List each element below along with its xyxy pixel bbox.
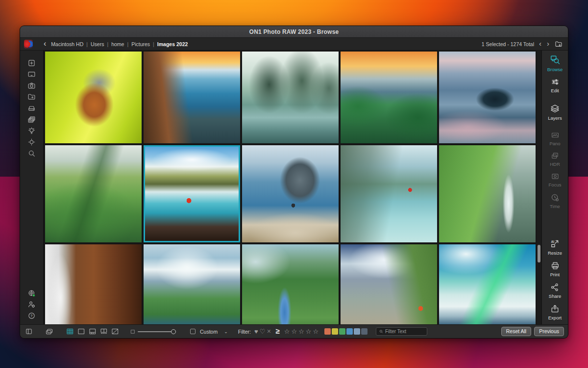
star-icon[interactable]: ☆ [298, 328, 305, 335]
photo-thumbnail-11[interactable] [45, 244, 142, 324]
breadcrumb-segment[interactable]: Users [91, 41, 104, 47]
filter-text-input[interactable] [385, 329, 424, 334]
module-export[interactable]: Export [548, 304, 562, 320]
module-resize[interactable]: AI Resize [548, 239, 562, 256]
disliked-filter-icon[interactable]: ✕ [267, 328, 271, 335]
breadcrumb-segment[interactable]: Macintosh HD [51, 41, 83, 47]
module-print[interactable]: Print [550, 261, 560, 277]
main-area: ? Browse Edit Layers P [20, 51, 568, 324]
thumbnail-size-slider[interactable] [130, 329, 174, 334]
photo-view-icon[interactable] [76, 327, 86, 336]
breadcrumb-segment[interactable]: Pictures [131, 41, 150, 47]
photo-thumbnail-2[interactable] [144, 52, 240, 143]
photo-thumbnail-1[interactable] [45, 52, 142, 143]
module-focus[interactable]: Focus [549, 172, 562, 187]
photo-thumbnail-6[interactable] [45, 145, 142, 242]
module-time[interactable]: Time [550, 193, 560, 209]
browse-icon [550, 54, 561, 65]
photo-thumbnail-12[interactable] [144, 244, 240, 324]
dual-display-icon[interactable] [44, 327, 54, 336]
bottom-toolbar: Custom ⌄ Filter: ♥ ♡ ✕ ≥ ☆☆☆☆☆ Reset All… [20, 324, 568, 338]
star-icon[interactable]: ☆ [284, 328, 291, 335]
filter-label: Filter: [238, 329, 251, 335]
star-icon[interactable]: ☆ [306, 328, 312, 335]
detail-view-icon[interactable] [110, 327, 120, 336]
color-swatch-4f8fc4[interactable] [346, 328, 353, 335]
grid-scrollbar-thumb[interactable] [538, 245, 540, 263]
filmstrip-view-icon[interactable] [88, 327, 98, 336]
breadcrumb-back-chevron-icon[interactable]: ‹ [44, 40, 46, 48]
module-browse[interactable]: Browse [547, 54, 563, 72]
star-icon[interactable]: ☆ [313, 328, 319, 335]
module-edit[interactable]: Edit [550, 78, 560, 93]
share-icon [550, 283, 559, 292]
header-bar: ‹ Macintosh HD|Users|home|Pictures|Image… [20, 38, 568, 51]
previous-photo-chevron-icon[interactable]: ‹ [539, 40, 542, 48]
photo-thumbnail-4[interactable] [341, 52, 437, 143]
account-settings-icon[interactable] [26, 299, 38, 310]
sync-status-icon[interactable] [26, 288, 38, 299]
star-icon[interactable]: ☆ [291, 328, 297, 335]
title-bar[interactable]: ON1 Photo RAW 2023 - Browse [20, 26, 568, 38]
filter-text-box[interactable] [376, 327, 427, 336]
add-source-icon[interactable] [26, 57, 38, 69]
slider-track[interactable] [138, 331, 174, 332]
custom-sort-checkbox[interactable] [190, 329, 196, 334]
module-pano[interactable]: Pano [549, 131, 560, 146]
color-label-filter [324, 328, 368, 335]
header-right-group: 1 Selected - 1274 Total ‹ › [482, 40, 563, 48]
photo-grid [45, 52, 536, 324]
module-share[interactable]: Share [549, 283, 561, 299]
photo-thumbnail-5[interactable] [439, 52, 536, 143]
grid-view-icon[interactable] [65, 327, 75, 336]
toggle-browse-panel-icon[interactable] [24, 327, 34, 336]
previous-button[interactable]: Previous [534, 327, 564, 336]
sort-select-label[interactable]: Custom [200, 329, 218, 335]
hdr-icon [550, 152, 560, 160]
slider-thumb[interactable] [171, 329, 176, 334]
breadcrumb-segment[interactable]: Images 2022 [157, 41, 188, 47]
color-swatch-566270[interactable] [361, 328, 368, 335]
module-hdr[interactable]: HDR [550, 152, 560, 167]
color-swatch-c9bc3f[interactable] [332, 328, 338, 335]
camera-import-icon[interactable] [26, 80, 38, 91]
albums-icon[interactable] [26, 114, 38, 125]
filter-search-icon [379, 329, 383, 334]
not-set-filter-icon[interactable]: ♡ [260, 328, 266, 335]
time-icon [550, 193, 560, 202]
focus-icon [550, 172, 560, 181]
local-drive-icon[interactable] [26, 103, 38, 114]
this-computer-icon[interactable] [26, 69, 38, 80]
add-folder-icon[interactable] [554, 40, 563, 48]
photo-thumbnail-3[interactable] [242, 52, 339, 143]
photo-thumbnail-7[interactable] [144, 145, 240, 242]
liked-filter-icon[interactable]: ♥ [254, 328, 258, 335]
photo-thumbnail-13[interactable] [242, 244, 339, 324]
photo-thumbnail-8[interactable] [242, 145, 339, 242]
photo-thumbnail-10[interactable] [439, 145, 536, 242]
breadcrumb-separator: | [127, 41, 128, 47]
rating-comparison-toggle[interactable]: ≥ [276, 327, 280, 335]
next-photo-chevron-icon[interactable]: › [546, 40, 550, 48]
color-swatch-7f9cb8[interactable] [354, 328, 360, 335]
module-layers[interactable]: Layers [548, 104, 562, 121]
reset-all-button[interactable]: Reset All [501, 327, 531, 336]
color-swatch-d4704f[interactable] [324, 328, 331, 335]
color-swatch-49a25e[interactable] [339, 328, 345, 335]
compare-view-icon[interactable] [99, 327, 109, 336]
photo-thumbnail-14[interactable] [341, 244, 437, 324]
breadcrumb-segment[interactable]: home [111, 41, 124, 47]
photo-thumbnail-15[interactable] [439, 244, 536, 324]
resize-ai-icon: AI [550, 239, 560, 249]
map-places-icon[interactable] [26, 136, 38, 148]
search-icon[interactable] [26, 148, 38, 159]
grid-scrollbar[interactable] [537, 51, 541, 324]
sort-dropdown-chevron-icon[interactable]: ⌄ [224, 329, 228, 334]
layers-icon [550, 104, 560, 114]
photo-thumbnail-9[interactable] [341, 145, 437, 242]
help-icon[interactable]: ? [26, 310, 38, 321]
cataloged-folder-icon[interactable] [26, 91, 38, 103]
smart-organize-icon[interactable] [26, 125, 38, 136]
app-window: ON1 Photo RAW 2023 - Browse ‹ Macintosh … [20, 26, 568, 339]
breadcrumb-separator: | [107, 41, 108, 47]
